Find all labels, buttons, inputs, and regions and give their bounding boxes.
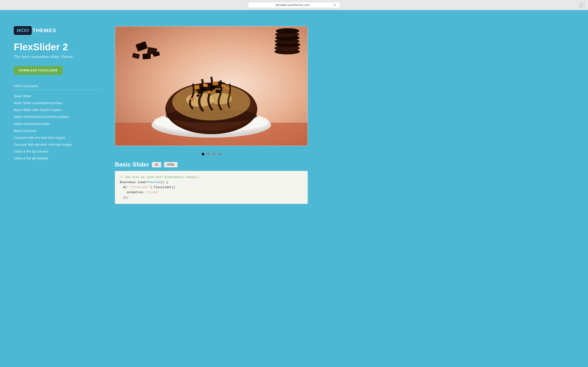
code-line-1: // Can also be used with $(document).rea… (120, 175, 303, 180)
svg-point-32 (277, 50, 297, 53)
nav-link-wistia[interactable]: Video & the api (wistia) (14, 156, 48, 160)
slider-food-svg (115, 26, 308, 146)
url-text: flexslider.woothemes.com (252, 3, 333, 7)
slider-image (115, 26, 308, 146)
code-line-2: $(window).load(function() { (120, 180, 303, 185)
list-item: Video & the api (wistia) (14, 155, 101, 161)
nav-link-basic-slider[interactable]: Basic Slider (14, 94, 32, 98)
code-line-3: $('.flexslider').flexslider({ (120, 185, 303, 190)
list-item: Basic Carousel (14, 128, 101, 134)
new-tab-button[interactable]: + (579, 2, 584, 8)
list-item: Video & the api (vimeo) (14, 148, 101, 154)
list-item: Slider w/thumbnail slider (14, 121, 101, 127)
svg-point-31 (276, 28, 299, 34)
site-subtitle: The best responsive slider. Period. (14, 55, 101, 59)
svg-rect-36 (142, 53, 151, 59)
logo-themes: THEMES (33, 27, 57, 33)
svg-rect-20 (208, 91, 212, 94)
nav-links: Basic Slider Basic Slider customDirectio… (14, 93, 101, 161)
nav-link-simple-caption[interactable]: Basic Slider with Simple Caption (14, 108, 62, 112)
site-title: FlexSlider 2 (14, 42, 101, 52)
nav-link-vimeo[interactable]: Video & the api (vimeo) (14, 150, 48, 153)
list-item: Basic Slider customDirectionNav (14, 100, 101, 106)
code-section: Basic Slider JS HTML // Can also be used… (115, 161, 308, 204)
list-item: Basic Slider (14, 93, 101, 99)
code-header: Basic Slider JS HTML (115, 161, 308, 168)
nav-link-carousel-min-max[interactable]: Carousel with min and max ranges (14, 136, 65, 140)
slider-dot-4[interactable] (218, 153, 221, 156)
main-content: Basic Slider JS HTML // Can also be used… (115, 24, 308, 204)
download-button[interactable]: DOWNLOAD FLEXSLIDER (14, 66, 63, 75)
logo-woo: WOO (14, 26, 32, 35)
list-item: Slider w/thumbnail controlNav pattern (14, 114, 101, 120)
page-content: WOO THEMES FlexSlider 2 The best respons… (0, 10, 321, 213)
slider-dot-2[interactable] (207, 153, 210, 156)
nav-divider (14, 90, 101, 90)
code-block: // Can also be used with $(document).rea… (115, 171, 308, 204)
code-line-5: }); (120, 195, 303, 200)
svg-rect-15 (203, 83, 208, 87)
list-item: Carousel with min and max ranges (14, 135, 101, 141)
code-section-title: Basic Slider (115, 161, 149, 168)
logo-woo-w: W (17, 27, 21, 33)
reload-icon[interactable]: ↻ (333, 3, 336, 7)
sidebar: WOO THEMES FlexSlider 2 The best respons… (14, 24, 101, 204)
slider-dot-1[interactable] (202, 153, 204, 156)
tab-js-button[interactable]: JS (152, 162, 161, 167)
list-item: Carousel with dynamic min/max ranges (14, 142, 101, 148)
list-item: Basic Slider with Simple Caption (14, 107, 101, 113)
svg-rect-21 (225, 86, 229, 90)
nav-link-thumbnail-control[interactable]: Slider w/thumbnail controlNav pattern (14, 115, 69, 119)
other-examples-label: Other Examples (14, 84, 101, 88)
nav-link-carousel-dynamic[interactable]: Carousel with dynamic min/max ranges (14, 143, 72, 146)
tab-html-button[interactable]: HTML (164, 162, 178, 167)
slider-container (115, 26, 308, 146)
logo-woo-oo: OO (21, 27, 29, 33)
nav-link-carousel[interactable]: Basic Carousel (14, 129, 36, 133)
nav-link-custom-direction[interactable]: Basic Slider customDirectionNav (14, 101, 62, 105)
svg-point-33 (277, 46, 297, 50)
code-line-4: animation: "slide" (120, 190, 303, 195)
nav-link-thumbnail-slider[interactable]: Slider w/thumbnail slider (14, 122, 50, 126)
svg-rect-19 (216, 90, 221, 93)
browser-chrome: flexslider.woothemes.com ↻ + (0, 0, 588, 10)
slider-dots (115, 150, 308, 159)
logo: WOO THEMES (14, 26, 101, 35)
url-bar[interactable]: flexslider.woothemes.com ↻ (248, 2, 340, 8)
slider-dot-3[interactable] (213, 153, 216, 156)
svg-rect-16 (212, 81, 218, 85)
